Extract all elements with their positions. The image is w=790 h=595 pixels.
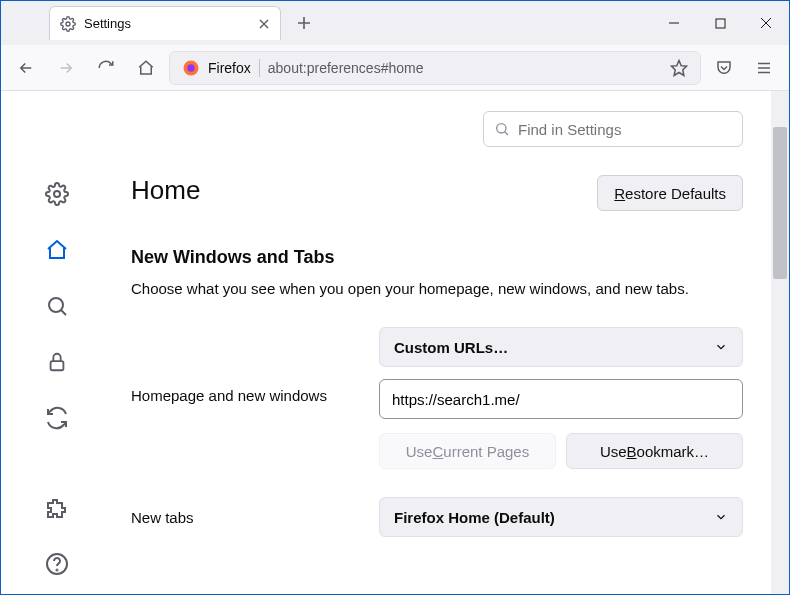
chevron-down-icon [714, 340, 728, 354]
homepage-mode-row: Custom URLs… [131, 327, 743, 367]
settings-search[interactable] [483, 111, 743, 147]
homepage-label: Homepage and new windows [131, 379, 361, 404]
urlbar-divider [259, 59, 260, 77]
vertical-scrollbar[interactable] [771, 91, 789, 594]
category-help[interactable] [40, 547, 74, 581]
homepage-url-input[interactable] [379, 379, 743, 419]
category-extensions[interactable] [40, 491, 74, 525]
page-title: Home [131, 175, 200, 206]
homepage-button-row: Use Current Pages Use Bookmark… [379, 433, 743, 469]
home-nav-button[interactable] [129, 51, 163, 85]
newtabs-dropdown[interactable]: Firefox Home (Default) [379, 497, 743, 537]
settings-search-input[interactable] [518, 121, 732, 138]
scrollbar-thumb[interactable] [773, 127, 787, 279]
category-sync[interactable] [40, 401, 74, 435]
preferences-content: Home Restore Defaults New Windows and Ta… [1, 91, 771, 594]
restore-defaults-button[interactable]: Restore Defaults [597, 175, 743, 211]
svg-marker-4 [672, 60, 687, 75]
svg-point-5 [54, 191, 60, 197]
svg-rect-1 [716, 19, 725, 28]
category-privacy[interactable] [40, 345, 74, 379]
browser-titlebar: Settings [1, 1, 789, 45]
pocket-button[interactable] [707, 51, 741, 85]
newtabs-row: New tabs Firefox Home (Default) [131, 497, 743, 537]
page-heading-row: Home Restore Defaults [131, 175, 743, 211]
close-tab-button[interactable] [258, 18, 270, 30]
category-sidebar [1, 111, 113, 594]
use-current-pages-button[interactable]: Use Current Pages [379, 433, 556, 469]
preferences-main: Home Restore Defaults New Windows and Ta… [113, 111, 771, 594]
browser-navbar: Firefox about:preferences#home [1, 45, 789, 91]
section-title-new-windows-tabs: New Windows and Tabs [131, 247, 743, 268]
urlbar-identity-label: Firefox [208, 60, 251, 76]
category-search[interactable] [40, 289, 74, 323]
svg-point-0 [66, 22, 70, 26]
back-button[interactable] [9, 51, 43, 85]
category-home[interactable] [40, 233, 74, 267]
svg-point-3 [187, 64, 195, 72]
use-bookmark-button[interactable]: Use Bookmark… [566, 433, 743, 469]
homepage-mode-dropdown[interactable]: Custom URLs… [379, 327, 743, 367]
firefox-window: Settings [0, 0, 790, 595]
svg-point-10 [497, 124, 506, 133]
window-controls [651, 2, 789, 44]
bookmark-star-icon[interactable] [670, 59, 688, 77]
browser-tab[interactable]: Settings [49, 6, 281, 40]
content-body: Home Restore Defaults New Windows and Ta… [1, 91, 789, 594]
firefox-logo-icon [182, 59, 200, 77]
gear-icon [60, 16, 76, 32]
urlbar-text: about:preferences#home [268, 60, 424, 76]
search-icon [494, 121, 510, 137]
close-window-button[interactable] [743, 2, 789, 44]
reload-button[interactable] [89, 51, 123, 85]
homepage-mode-value: Custom URLs… [394, 339, 508, 356]
homepage-url-row: Homepage and new windows Use Current Pag… [131, 379, 743, 469]
svg-point-6 [49, 298, 63, 312]
svg-rect-7 [51, 361, 64, 370]
category-general[interactable] [40, 177, 74, 211]
url-bar[interactable]: Firefox about:preferences#home [169, 51, 701, 85]
minimize-button[interactable] [651, 2, 697, 44]
chevron-down-icon [714, 510, 728, 524]
new-tab-button[interactable] [289, 8, 319, 38]
section-description: Choose what you see when you open your h… [131, 278, 743, 299]
maximize-button[interactable] [697, 2, 743, 44]
forward-button[interactable] [49, 51, 83, 85]
newtabs-label: New tabs [131, 509, 361, 526]
svg-point-9 [57, 570, 58, 571]
app-menu-button[interactable] [747, 51, 781, 85]
tab-title: Settings [84, 16, 250, 31]
newtabs-dropdown-value: Firefox Home (Default) [394, 509, 555, 526]
